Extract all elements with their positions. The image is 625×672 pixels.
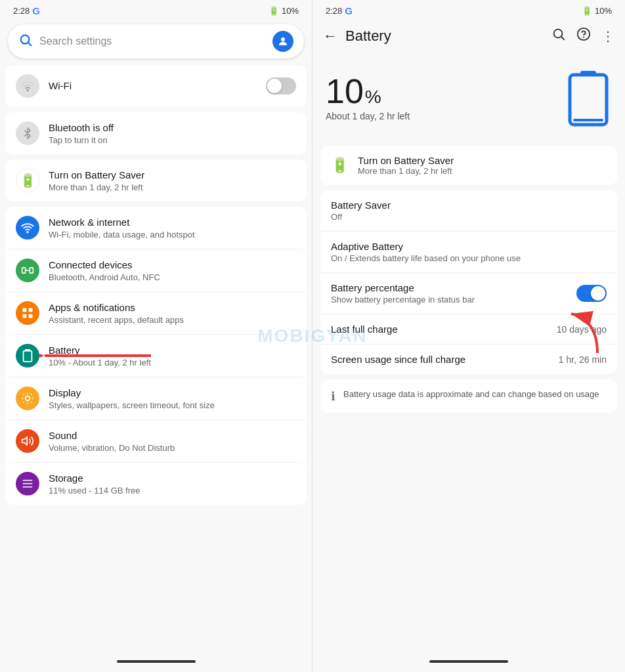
battery-page-title: Battery xyxy=(345,28,544,45)
battery-display: 10 % About 1 day, 2 hr left xyxy=(312,52,625,140)
adaptive-battery-subtitle: On / Extends battery life based on your … xyxy=(331,253,607,263)
battery-pct-toggle[interactable] xyxy=(576,285,607,302)
battery-saver-card[interactable]: 🔋 Turn on Battery Saver More than 1 day,… xyxy=(5,159,307,201)
connected-title: Connected devices xyxy=(49,259,296,272)
wifi-card[interactable]: Wi-Fi xyxy=(5,65,307,107)
right-panel: 2:28 G 🔋 10% ← Battery xyxy=(312,0,625,672)
settings-list: Wi-Fi Bluetooth is off Tap to turn it on xyxy=(0,65,312,654)
svg-rect-8 xyxy=(29,308,33,312)
screen-usage-row[interactable]: Screen usage since full charge 1 hr, 26 … xyxy=(320,345,617,374)
display-subtitle: Styles, wallpapers, screen timeout, font… xyxy=(49,400,296,410)
back-button[interactable]: ← xyxy=(323,28,337,45)
svg-point-3 xyxy=(27,90,28,91)
network-item[interactable]: Network & internet Wi-Fi, mobile, data u… xyxy=(5,207,307,249)
wifi-text: Wi-Fi xyxy=(49,79,257,93)
help-header-icon[interactable] xyxy=(576,27,591,45)
display-item[interactable]: Display Styles, wallpapers, screen timeo… xyxy=(5,377,307,419)
svg-line-1 xyxy=(28,43,31,45)
storage-title: Storage xyxy=(49,472,296,485)
left-panel: 2:28 G 🔋 10% Search settings xyxy=(0,0,312,672)
network-icon xyxy=(16,216,39,240)
left-nav-bar xyxy=(0,654,312,672)
connected-item[interactable]: Connected devices Bluetooth, Android Aut… xyxy=(5,249,307,291)
svg-rect-24 xyxy=(580,71,596,76)
adaptive-battery-title: Adaptive Battery xyxy=(331,241,607,252)
more-header-icon[interactable]: ⋮ xyxy=(601,28,614,44)
battery-setting-title: Battery xyxy=(49,344,296,357)
bluetooth-card[interactable]: Bluetooth is off Tap to turn it on xyxy=(5,112,307,154)
avatar[interactable] xyxy=(272,31,293,52)
sound-item[interactable]: Sound Volume, vibration, Do Not Disturb xyxy=(5,419,307,462)
battery-saver-opt-title: Battery Saver xyxy=(331,200,607,211)
battery-options: 🔋 Turn on Battery Saver More than 1 day,… xyxy=(312,140,625,654)
network-text: Network & internet Wi-Fi, mobile, data u… xyxy=(49,216,296,240)
apps-item[interactable]: Apps & notifications Assistant, recent a… xyxy=(5,291,307,334)
right-nav-pill xyxy=(429,660,508,663)
battery-saver-promo-title: Turn on Battery Saver xyxy=(358,155,454,166)
battery-saver-item[interactable]: 🔋 Turn on Battery Saver More than 1 day,… xyxy=(5,159,307,201)
battery-time-left: About 1 day, 2 hr left xyxy=(326,111,565,121)
battery-pct-text: Battery percentage Show battery percenta… xyxy=(331,282,475,304)
svg-rect-6 xyxy=(30,268,33,273)
battery-saver-opt-subtitle: Off xyxy=(331,212,607,222)
svg-rect-7 xyxy=(23,308,27,312)
search-bar[interactable]: Search settings xyxy=(8,24,304,58)
sound-icon xyxy=(16,429,39,453)
display-title: Display xyxy=(49,387,296,400)
battery-pct-row[interactable]: Battery percentage Show battery percenta… xyxy=(320,273,617,314)
connected-subtitle: Bluetooth, Android Auto, NFC xyxy=(49,272,296,282)
info-text: Battery usage data is approximate and ca… xyxy=(343,388,599,400)
search-header-icon[interactable] xyxy=(551,27,566,45)
adaptive-battery-row[interactable]: Adaptive Battery On / Extends battery li… xyxy=(320,232,617,273)
last-full-charge-value: 10 days ago xyxy=(557,324,607,335)
battery-saver-text: Turn on Battery Saver More than 1 day, 2… xyxy=(49,169,296,192)
header-icons: ⋮ xyxy=(551,27,614,45)
svg-rect-9 xyxy=(23,314,27,318)
apps-icon xyxy=(16,301,39,325)
battery-item-icon xyxy=(16,344,39,368)
left-status-bar: 2:28 G 🔋 10% xyxy=(0,0,312,19)
right-status-bar: 2:28 G 🔋 10% xyxy=(312,0,625,19)
battery-options-card: Battery Saver Off Adaptive Battery On / … xyxy=(320,190,617,374)
battery-item[interactable]: Battery 10% - About 1 day, 2 hr left xyxy=(5,334,307,377)
svg-rect-23 xyxy=(570,75,607,125)
battery-percent-symbol: % xyxy=(365,87,381,108)
network-subtitle: Wi-Fi, mobile, data usage, and hotspot xyxy=(49,230,296,240)
sound-title: Sound xyxy=(49,429,296,442)
wifi-toggle[interactable] xyxy=(266,77,296,94)
search-placeholder: Search settings xyxy=(39,35,272,47)
svg-point-19 xyxy=(554,30,563,38)
battery-saver-opt-row[interactable]: Battery Saver Off xyxy=(320,190,617,232)
battery-info-card: ℹ Battery usage data is approximate and … xyxy=(320,379,617,413)
left-google: G xyxy=(32,5,40,16)
right-battery-icon: 🔋 xyxy=(582,6,592,16)
storage-item[interactable]: Storage 11% used - 114 GB free xyxy=(5,462,307,505)
sound-subtitle: Volume, vibration, Do Not Disturb xyxy=(49,443,296,453)
left-time: 2:28 xyxy=(13,6,30,16)
svg-rect-10 xyxy=(29,314,33,318)
search-icon xyxy=(18,33,33,51)
battery-pct-title: Battery percentage xyxy=(331,282,475,293)
bluetooth-title: Bluetooth is off xyxy=(49,121,296,135)
battery-saver-promo-icon: 🔋 xyxy=(331,157,349,174)
display-text: Display Styles, wallpapers, screen timeo… xyxy=(49,387,296,410)
left-battery-icon: 🔋 xyxy=(269,6,279,16)
info-icon: ℹ xyxy=(331,389,335,404)
display-icon xyxy=(16,387,39,410)
right-google: G xyxy=(345,5,353,16)
storage-subtitle: 11% used - 114 GB free xyxy=(49,486,296,495)
svg-point-4 xyxy=(27,232,28,233)
wifi-item[interactable]: Wi-Fi xyxy=(5,65,307,107)
screen-usage-title: Screen usage since full charge xyxy=(331,354,465,365)
last-full-charge-row[interactable]: Last full charge 10 days ago xyxy=(320,314,617,345)
battery-saver-subtitle: More than 1 day, 2 hr left xyxy=(49,182,296,192)
screen-usage-value: 1 hr, 26 min xyxy=(559,354,607,365)
right-battery-pct: 10% xyxy=(595,6,612,16)
svg-rect-5 xyxy=(22,268,26,273)
battery-saver-promo[interactable]: 🔋 Turn on Battery Saver More than 1 day,… xyxy=(320,146,617,185)
right-time: 2:28 xyxy=(326,6,342,16)
bluetooth-item[interactable]: Bluetooth is off Tap to turn it on xyxy=(5,112,307,154)
battery-text: Battery 10% - About 1 day, 2 hr left xyxy=(49,344,296,368)
network-title: Network & internet xyxy=(49,216,296,229)
battery-pct-subtitle: Show battery percentage in status bar xyxy=(331,295,475,304)
